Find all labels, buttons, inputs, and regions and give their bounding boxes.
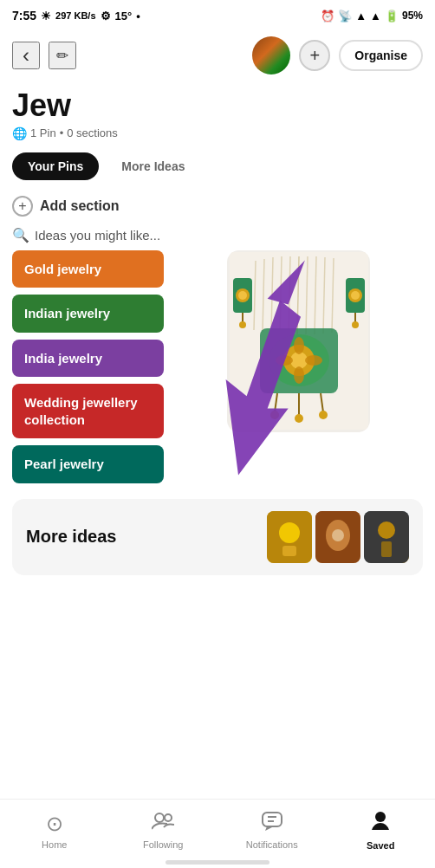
- more-ideas-thumbnails: [267, 511, 409, 563]
- battery-percent: 95%: [402, 10, 423, 22]
- svg-rect-49: [263, 813, 282, 826]
- cast-icon: 📡: [338, 10, 352, 23]
- home-icon: ⊙: [46, 812, 63, 836]
- search-icon: 🔍: [12, 227, 29, 243]
- back-icon: ‹: [23, 43, 29, 68]
- svg-point-48: [165, 814, 172, 821]
- bottom-nav: ⊙ Home Following Notifications: [0, 799, 435, 868]
- plus-icon: +: [309, 46, 320, 66]
- board-meta: 🌐 1 Pin • 0 sections: [12, 126, 423, 140]
- signal-icon: ▲: [370, 10, 381, 23]
- jewelry-visual: [227, 250, 370, 432]
- back-button[interactable]: ‹: [12, 42, 40, 69]
- main-content: Gold jewelry Indian jewelry India jewelr…: [0, 250, 435, 483]
- svg-point-24: [319, 411, 328, 419]
- notifications-label: Notifications: [246, 839, 298, 850]
- data-speed: 297 KB/s: [55, 10, 95, 21]
- svg-point-34: [352, 321, 359, 328]
- svg-point-39: [279, 522, 300, 543]
- jewelry-image: [227, 250, 370, 432]
- thumbnail-3: [364, 511, 409, 563]
- svg-point-29: [239, 321, 246, 328]
- search-placeholder: Ideas you might like...: [35, 228, 160, 243]
- avatar[interactable]: [252, 36, 290, 74]
- tab-your-pins[interactable]: Your Pins: [12, 152, 99, 180]
- organise-button[interactable]: Organise: [339, 40, 423, 71]
- svg-point-32: [351, 291, 360, 300]
- pin-count: 1 Pin: [30, 126, 56, 139]
- search-ideas: 🔍 Ideas you might like...: [0, 223, 435, 250]
- svg-point-52: [375, 812, 386, 822]
- svg-rect-46: [381, 541, 392, 557]
- home-label: Home: [42, 839, 67, 850]
- jewelry-svg: [230, 252, 368, 430]
- suggestion-gold-jewelry[interactable]: Gold jewelry: [12, 250, 164, 288]
- svg-point-22: [295, 414, 303, 423]
- following-icon: [152, 812, 174, 836]
- suggestion-pearl-jewelry[interactable]: Pearl jewelry: [12, 445, 164, 483]
- board-title: Jew: [12, 88, 423, 123]
- battery-icon: 🔋: [385, 10, 399, 23]
- svg-point-47: [155, 813, 164, 822]
- globe-icon: 🌐: [12, 126, 27, 140]
- add-button[interactable]: +: [299, 40, 330, 71]
- temp-display: 15°: [115, 10, 133, 23]
- suggestion-indian-jewelry[interactable]: Indian jewelry: [12, 295, 164, 333]
- karma-icon: ⚙: [101, 10, 111, 23]
- following-label: Following: [143, 839, 183, 850]
- status-bar: 7:55 ☀ 297 KB/s ⚙ 15° • ⏰ 📡 ▲ ▲ 🔋 95%: [0, 0, 435, 31]
- svg-point-20: [270, 411, 279, 419]
- tab-more-ideas[interactable]: More Ideas: [106, 152, 200, 180]
- section-count: 0 sections: [67, 126, 118, 139]
- saved-icon: [371, 811, 390, 837]
- organise-label: Organise: [354, 49, 407, 62]
- svg-point-17: [276, 355, 293, 366]
- suggestion-india-jewelry[interactable]: India jewelry: [12, 340, 164, 378]
- svg-point-43: [332, 529, 344, 541]
- svg-point-45: [378, 521, 395, 539]
- wifi-icon: ▲: [355, 10, 367, 23]
- more-ideas-section[interactable]: More ideas: [12, 499, 423, 575]
- svg-point-27: [238, 291, 247, 300]
- notifications-icon: [262, 812, 282, 836]
- weather-icon: ☀: [41, 10, 51, 23]
- add-section-label: Add section: [40, 198, 120, 214]
- status-icons: ⏰ 📡 ▲ ▲ 🔋 95%: [321, 10, 423, 23]
- svg-point-18: [305, 355, 322, 366]
- add-section[interactable]: + Add section: [0, 189, 435, 223]
- thumbnail-2: [315, 511, 360, 563]
- suggestions-column: Gold jewelry Indian jewelry India jewelr…: [12, 250, 164, 483]
- edit-button[interactable]: ✏: [49, 42, 76, 69]
- nav-following[interactable]: Following: [137, 812, 189, 850]
- add-section-icon: +: [12, 196, 33, 217]
- more-ideas-label: More ideas: [26, 527, 116, 547]
- gesture-bar: [166, 860, 269, 865]
- nav-home[interactable]: ⊙ Home: [29, 812, 81, 850]
- suggestion-wedding-jewellery[interactable]: Wedding jewellery collection: [12, 384, 164, 438]
- alarm-icon: ⏰: [321, 10, 334, 23]
- nav-saved[interactable]: Saved: [354, 811, 406, 851]
- saved-label: Saved: [367, 840, 394, 851]
- nav-notifications[interactable]: Notifications: [246, 812, 298, 850]
- board-title-area: Jew 🌐 1 Pin • 0 sections: [0, 80, 435, 144]
- thumbnail-1: [267, 511, 312, 563]
- avatar-image: [252, 36, 290, 74]
- edit-icon: ✏: [56, 47, 68, 65]
- tabs: Your Pins More Ideas: [0, 144, 435, 189]
- top-nav: ‹ ✏ + Organise: [0, 31, 435, 80]
- meta-separator: •: [60, 126, 64, 139]
- svg-point-16: [294, 366, 304, 384]
- dot-indicator: •: [136, 10, 140, 23]
- svg-point-15: [294, 337, 304, 354]
- svg-rect-40: [282, 546, 296, 556]
- status-time: 7:55: [12, 9, 36, 23]
- image-column: [174, 250, 423, 483]
